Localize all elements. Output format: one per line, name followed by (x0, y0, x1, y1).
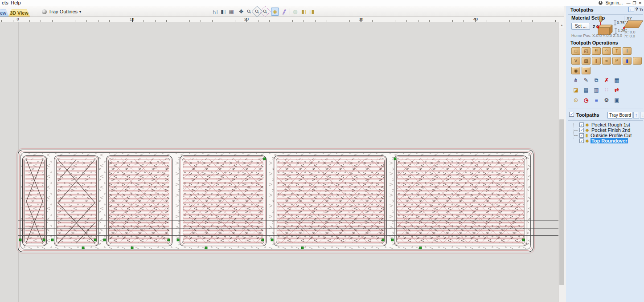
toolpath-checkbox[interactable]: ✓ (579, 139, 584, 143)
toolpaths-visibility-checkbox[interactable]: ✓ (569, 112, 574, 117)
save-all-toolpaths-icon[interactable]: ▣ (612, 97, 621, 104)
toolpath-checkbox[interactable]: ✓ (579, 133, 584, 138)
close-button[interactable]: ✕ (637, 1, 643, 5)
merge-toolpaths-icon[interactable]: ⇄ (612, 86, 621, 94)
estimate-machining-time-icon[interactable]: ◷ (582, 97, 591, 104)
help-icon[interactable]: ? (636, 7, 638, 12)
scrollbar-thumb[interactable] (559, 119, 564, 285)
toolpath-checkbox[interactable]: ✓ (579, 122, 584, 127)
preview-toolpaths-icon[interactable]: ⊙ (571, 97, 580, 104)
home-position-text: Home Pos: X:0.0 Y:0.0 Z:3.0 (571, 33, 622, 38)
material-thickness-top: 0.75" (617, 20, 626, 25)
account-avatar-icon (599, 1, 603, 5)
toolpath-item-label[interactable]: Pocket Finish 2nd (591, 127, 631, 133)
minimize-button[interactable]: — (625, 1, 632, 5)
tile-vertical-icon[interactable]: ◨ (308, 8, 316, 16)
toolpath-template-all-icon[interactable]: ▥ (592, 86, 601, 94)
moulding-toolpath-icon[interactable]: ▮ (623, 57, 632, 65)
quick-engrave-icon[interactable]: ◠ (602, 47, 611, 55)
texture-toolpath-icon[interactable]: ≈ (602, 57, 611, 65)
restore-button[interactable]: ❐ (632, 1, 637, 5)
tab-3d-view[interactable]: 3D View (8, 9, 30, 16)
inlay-toolpath-icon[interactable]: I (623, 47, 632, 55)
dock-panel-icon[interactable]: ← (628, 7, 634, 12)
toolpath-drawing-icon[interactable]: ≡ (592, 97, 601, 104)
toolpath-icon: ◆ (586, 122, 589, 127)
ruler-label: 20 (244, 17, 249, 21)
rounding-toolpath-icon[interactable]: ⌒ (633, 57, 642, 65)
zoom-selected-icon[interactable]: ⚲ (259, 6, 271, 17)
pin-panel-icon[interactable]: ⚲ (638, 7, 644, 12)
window-layout-icon[interactable]: ◧ (219, 8, 227, 16)
job-setup-sheet-icon[interactable]: ⚙ (602, 97, 611, 104)
material-set-button[interactable]: Set ... (571, 23, 590, 30)
ruler-label: 30 (359, 17, 363, 21)
ruler-label: 10 (130, 17, 134, 21)
main-toolbar: ew 3D View Tray Outlines ▾ ◱ ◧ ▦ ✥ ⚲ ⚲ ⚲… (0, 6, 565, 17)
drilling-toolpath-icon[interactable]: ⠿ (592, 47, 601, 55)
chevron-down-icon: ▾ (79, 10, 81, 14)
stamp-toolpath-icon[interactable]: ▨ (582, 57, 591, 65)
toolpath-list-item[interactable]: ✓ ◆ Pocket Finish 2nd (572, 127, 631, 133)
toolpath-icon: ◆ (586, 128, 589, 132)
toggle-toolpath-visibility-icon[interactable]: ◈ (271, 8, 279, 16)
snap-grid-icon[interactable]: ▦ (227, 8, 235, 16)
3d-finishing-toolpath-icon[interactable]: ● (582, 67, 591, 74)
fluting-toolpath-icon[interactable]: ∥ (592, 57, 601, 65)
toolpath-template-icon[interactable]: ▤ (582, 86, 591, 94)
solid-preview-icon[interactable]: ◍ (291, 8, 299, 16)
titlebar: ets Help Sign in... —❐✕ (0, 0, 644, 6)
drawing-canvas[interactable] (0, 22, 558, 302)
toolpath-group-selector[interactable]: Tray Board (607, 112, 632, 118)
toolpath-item-label[interactable]: Top Roundover (591, 138, 628, 143)
tray-drawing (0, 22, 558, 302)
v-groove-toolpath-icon[interactable]: V (571, 57, 580, 65)
ruler-label: 40 (473, 17, 478, 21)
profile-toolpath-icon[interactable]: □ (571, 47, 580, 55)
move-toolpath-up-button[interactable]: ↑ (633, 112, 639, 118)
toolpaths-list-heading: Toolpaths (576, 112, 599, 118)
application-window: ets Help Sign in... —❐✕ ew 3D View Tray … (0, 0, 644, 302)
xy-datum-dot (623, 27, 625, 29)
toolpath-list-item-selected[interactable]: ✓ ◆ Top Roundover (572, 138, 628, 143)
toolpath-operations-heading: Toolpath Operations (570, 40, 618, 45)
delete-toolpath-icon[interactable]: ✗ (602, 77, 611, 84)
horizontal-ruler: 0 10 20 30 40 (0, 17, 565, 22)
toolpath-tiling-icon[interactable]: ∷ (602, 86, 611, 94)
sign-in-button[interactable]: Sign in... (605, 0, 623, 5)
tile-horizontal-icon[interactable]: ◧ (300, 8, 308, 16)
duplicate-toolpath-icon[interactable]: ⧉ (592, 77, 601, 84)
zoom-to-fit-icon[interactable]: ◱ (211, 8, 219, 16)
tool-database-icon[interactable]: ⋔ (571, 77, 580, 84)
toolpath-icon: ▮ (586, 133, 588, 138)
toolpath-item-label[interactable]: Outside Profile Cut (590, 133, 632, 138)
toolpath-list-item[interactable]: ✓ ◆ Pocket Rough 1st (572, 122, 631, 127)
layer-sphere-icon (42, 9, 47, 14)
toolpath-list-item[interactable]: ✓ ▮ Outside Profile Cut (572, 133, 632, 138)
menu-help[interactable]: Help (9, 0, 23, 6)
3d-roughing-toolpath-icon[interactable]: ◉ (571, 67, 580, 74)
canvas-vertical-scrollbar[interactable]: ▲ (558, 22, 564, 302)
recalculate-toolpaths-icon[interactable]: ▦ (612, 77, 621, 84)
save-toolpath-icon[interactable]: ◪ (571, 86, 580, 94)
toolpath-drawing-mode-icon[interactable]: ∥ (279, 8, 290, 16)
edit-toolpath-icon[interactable]: ✎ (582, 77, 591, 84)
vcarve-toolpath-icon[interactable]: T (612, 47, 621, 55)
prism-carve-toolpath-icon[interactable]: P (612, 57, 621, 65)
move-toolpath-down-button[interactable]: ↓ (640, 112, 644, 118)
panel-title: Toolpaths (570, 7, 594, 12)
pocket-panels (23, 156, 527, 246)
datum-y-value: Y: 0.0 (625, 34, 635, 38)
pocket-toolpath-icon[interactable]: ◰ (582, 47, 591, 55)
toolpath-checkbox[interactable]: ✓ (579, 128, 584, 132)
ruler-label: 0 (16, 17, 19, 21)
layer-selector-button[interactable]: Tray Outlines ▾ (39, 8, 84, 16)
toolpath-item-label[interactable]: Pocket Rough 1st (591, 122, 631, 127)
tab-2d-view[interactable]: ew (0, 9, 9, 16)
toolpath-icon: ◆ (586, 139, 589, 143)
toolpaths-panel: Toolpaths ← ? ⚲ Material Setup Set ... Z… (564, 6, 644, 302)
